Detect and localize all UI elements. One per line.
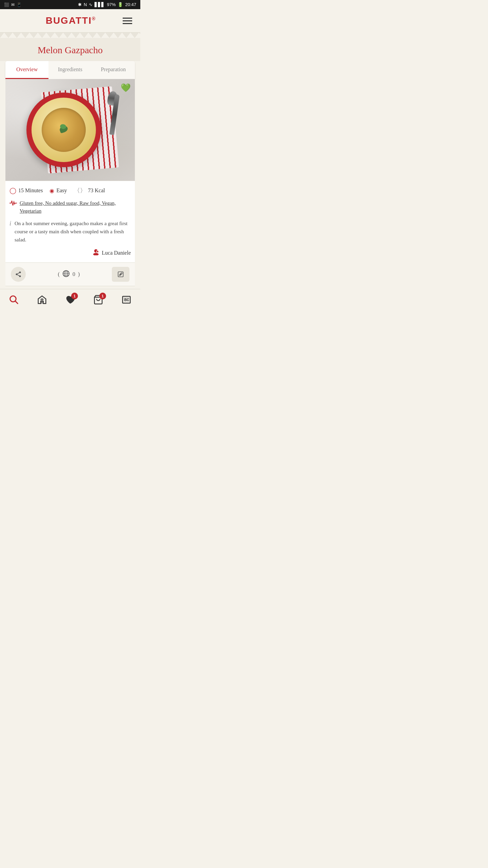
recipe-stats-row: ◯ 15 Minutes ◉ Easy 〈〉 73 Kcal bbox=[9, 186, 131, 195]
svg-rect-19 bbox=[41, 301, 43, 304]
author-row: Luca Daniele bbox=[9, 249, 131, 257]
network-icon: N bbox=[84, 2, 87, 7]
rating-section: ( 0 ) bbox=[58, 270, 80, 279]
svg-line-6 bbox=[17, 275, 19, 276]
nav-item-search[interactable] bbox=[6, 293, 22, 309]
picture-icon: ⬛ bbox=[4, 2, 9, 7]
phone-icon: 📱 bbox=[17, 2, 22, 7]
globe-icon bbox=[62, 270, 70, 279]
status-left: ⬛ ✉ 📱 bbox=[4, 2, 22, 7]
battery-text: 97% bbox=[107, 2, 116, 7]
chef-hat-icon: ◉ bbox=[49, 188, 54, 194]
favorites-badge: 1 bbox=[71, 293, 78, 299]
zigzag-divider bbox=[0, 33, 140, 38]
tab-ingredients[interactable]: Ingredients bbox=[48, 61, 92, 79]
cart-badge: 1 bbox=[99, 293, 106, 299]
app-logo: BUGATTI® bbox=[46, 15, 96, 26]
kcal-info: 〈〉 73 Kcal bbox=[74, 186, 105, 195]
recipe-title-section: Melon Gazpacho bbox=[0, 38, 140, 61]
author-icon bbox=[92, 249, 100, 257]
rating-close-paren: ) bbox=[78, 271, 80, 277]
bluetooth-icon: ✱ bbox=[78, 2, 82, 7]
action-bar: ( 0 ) bbox=[5, 262, 135, 286]
bottom-navigation: 1 1 BC bbox=[0, 289, 140, 314]
search-icon bbox=[9, 295, 19, 307]
info-icon-marker: i bbox=[9, 220, 11, 227]
svg-text:BC: BC bbox=[124, 298, 129, 302]
svg-point-4 bbox=[16, 274, 18, 275]
rating-open-paren: ( bbox=[58, 271, 60, 277]
svg-line-18 bbox=[16, 301, 18, 303]
app-header: BUGATTI® bbox=[0, 9, 140, 33]
status-bar: ⬛ ✉ 📱 ✱ N ∿ ▋▋▋ 97% 🔋 20:47 bbox=[0, 0, 140, 9]
signal-icon: ▋▋▋ bbox=[95, 2, 105, 7]
tags-row: Gluten free, No added sugar, Raw food, V… bbox=[9, 199, 131, 215]
pulse-icon bbox=[9, 200, 17, 208]
home-icon bbox=[37, 295, 47, 307]
svg-point-1 bbox=[93, 253, 99, 255]
time-value: 15 Minutes bbox=[18, 188, 43, 194]
wifi-icon: ∿ bbox=[89, 2, 93, 7]
time-display: 20:47 bbox=[125, 2, 136, 7]
svg-line-7 bbox=[17, 273, 19, 274]
rating-count: 0 bbox=[73, 271, 75, 277]
nav-item-chef[interactable]: BC bbox=[119, 293, 134, 309]
recipe-description: On a hot summer evening, gazpacho makes … bbox=[15, 219, 131, 244]
difficulty-info: ◉ Easy bbox=[49, 188, 67, 194]
recipe-image: 💚 bbox=[5, 79, 135, 181]
svg-point-3 bbox=[19, 272, 21, 273]
edit-button[interactable] bbox=[112, 267, 129, 282]
svg-point-5 bbox=[19, 275, 21, 277]
description-row: i On a hot summer evening, gazpacho make… bbox=[9, 219, 131, 244]
nav-item-favorites[interactable]: 1 bbox=[62, 293, 78, 309]
recipe-tabs: Overview Ingredients Preparation bbox=[5, 61, 135, 79]
difficulty-value: Easy bbox=[56, 188, 67, 194]
recipe-title: Melon Gazpacho bbox=[5, 45, 135, 56]
battery-icon: 🔋 bbox=[118, 2, 123, 7]
favorite-heart-icon[interactable]: 💚 bbox=[121, 83, 131, 93]
mail-icon: ✉ bbox=[11, 2, 15, 7]
kcal-value: 73 Kcal bbox=[88, 188, 105, 194]
recipe-image-container: 💚 bbox=[5, 79, 135, 181]
svg-point-2 bbox=[97, 251, 99, 253]
time-info: ◯ 15 Minutes bbox=[9, 187, 43, 194]
chef-mode-icon: BC bbox=[121, 295, 131, 307]
clock-icon: ◯ bbox=[9, 187, 16, 194]
tab-overview[interactable]: Overview bbox=[5, 61, 48, 79]
tab-preparation[interactable]: Preparation bbox=[92, 61, 135, 79]
nav-item-cart[interactable]: 1 bbox=[90, 293, 106, 309]
menu-button[interactable] bbox=[121, 16, 134, 25]
chart-icon: 〈〉 bbox=[74, 186, 86, 195]
nav-item-home[interactable] bbox=[34, 293, 50, 309]
tags-text[interactable]: Gluten free, No added sugar, Raw food, V… bbox=[20, 199, 131, 215]
recipe-info-section: ◯ 15 Minutes ◉ Easy 〈〉 73 Kcal Gluten fr… bbox=[5, 181, 135, 262]
share-button[interactable] bbox=[11, 267, 26, 282]
status-right: ✱ N ∿ ▋▋▋ 97% 🔋 20:47 bbox=[78, 2, 136, 7]
author-name: Luca Daniele bbox=[102, 250, 131, 256]
